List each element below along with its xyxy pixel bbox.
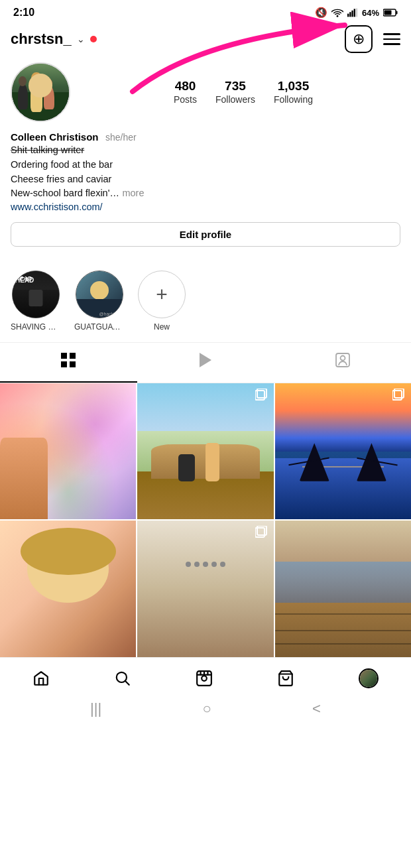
play-icon bbox=[198, 352, 213, 372]
nav-search[interactable] bbox=[107, 667, 138, 690]
svg-marker-13 bbox=[200, 353, 211, 367]
home-icon bbox=[32, 670, 50, 687]
profile-top-row: 480 Posts 735 Followers 1,035 Following bbox=[11, 62, 400, 122]
status-bar: 2:10 🔇 64% bbox=[0, 0, 411, 23]
highlight-circle-new: + bbox=[138, 271, 186, 318]
svg-rect-6 bbox=[396, 11, 398, 15]
svg-rect-2 bbox=[351, 11, 353, 17]
followers-count: 735 bbox=[215, 79, 255, 93]
photo-grid bbox=[0, 383, 411, 657]
home-bar: ||| ○ < bbox=[0, 696, 411, 723]
profile-section: 480 Posts 735 Followers 1,035 Following … bbox=[0, 60, 411, 265]
highlight-item-1[interactable]: HEAD @ckl... SHAVING CH... bbox=[11, 271, 61, 332]
avatar[interactable] bbox=[11, 62, 70, 122]
tab-grid[interactable] bbox=[0, 343, 137, 383]
svg-rect-1 bbox=[349, 12, 351, 17]
edit-profile-button[interactable]: Edit profile bbox=[11, 222, 400, 247]
tab-reels[interactable] bbox=[137, 343, 274, 383]
highlight-circle-2: @hack.a... bbox=[76, 271, 123, 318]
multi-photo-badge bbox=[255, 389, 268, 402]
highlights-row: HEAD @ckl... SHAVING CH... @hack.a... GU… bbox=[0, 265, 411, 342]
reels-icon bbox=[196, 670, 213, 687]
bio-more-link[interactable]: more bbox=[122, 188, 144, 198]
stats-row: 480 Posts 735 Followers 1,035 Following bbox=[86, 79, 400, 105]
highlight-item-2[interactable]: @hack.a... GUATGUATGU... bbox=[74, 271, 125, 332]
svg-rect-7 bbox=[384, 11, 392, 15]
grid-cell-5[interactable] bbox=[137, 521, 273, 656]
online-indicator bbox=[90, 36, 97, 42]
svg-rect-9 bbox=[61, 353, 67, 359]
nav-avatar-image bbox=[360, 670, 377, 687]
followers-label: Followers bbox=[215, 94, 255, 105]
menu-button[interactable] bbox=[383, 33, 400, 45]
header-left: chrstsn_ ⌄ bbox=[11, 31, 97, 48]
posts-stat[interactable]: 480 Posts bbox=[174, 79, 197, 105]
dropdown-arrow-icon[interactable]: ⌄ bbox=[77, 34, 85, 44]
highlight-thumb-1: HEAD @ckl... bbox=[13, 271, 59, 318]
followers-stat[interactable]: 735 Followers bbox=[215, 79, 255, 105]
svg-rect-0 bbox=[347, 14, 349, 17]
highlight-circle-1: HEAD @ckl... bbox=[12, 271, 60, 318]
signal-icon bbox=[347, 8, 358, 17]
shop-icon bbox=[277, 670, 294, 687]
bio-line-3: Cheese fries and caviar bbox=[11, 172, 400, 187]
person-tag-icon bbox=[335, 352, 351, 372]
svg-rect-4 bbox=[356, 9, 357, 17]
multi-photo-badge-3 bbox=[392, 389, 406, 402]
grid-cell-3[interactable] bbox=[275, 383, 411, 519]
username: chrstsn_ bbox=[11, 31, 72, 48]
grid-cell-6[interactable] bbox=[275, 521, 411, 656]
svg-rect-11 bbox=[61, 361, 67, 367]
status-icons: 🔇 64% bbox=[315, 7, 398, 19]
recent-apps-button[interactable]: ||| bbox=[90, 700, 101, 717]
bottom-nav bbox=[0, 657, 411, 696]
svg-rect-12 bbox=[70, 361, 76, 367]
nav-shop[interactable] bbox=[270, 667, 301, 690]
highlight-label-1: SHAVING CH... bbox=[11, 322, 61, 332]
plus-icon: ⊕ bbox=[353, 32, 365, 46]
back-button[interactable]: < bbox=[312, 700, 321, 717]
nav-home[interactable] bbox=[26, 667, 56, 690]
menu-line bbox=[383, 43, 400, 45]
svg-rect-10 bbox=[70, 353, 76, 359]
wifi-icon bbox=[331, 8, 343, 17]
status-time: 2:10 bbox=[13, 7, 34, 19]
grid-icon bbox=[60, 352, 76, 372]
nav-reels[interactable] bbox=[189, 667, 219, 690]
multi-photo-badge-5 bbox=[255, 526, 268, 539]
svg-line-23 bbox=[125, 680, 129, 684]
highlight-label-new: New bbox=[154, 322, 170, 332]
header-right: ⊕ bbox=[345, 25, 400, 53]
posts-label: Posts bbox=[174, 94, 197, 105]
battery-text: 64% bbox=[362, 8, 379, 18]
search-icon bbox=[114, 670, 131, 687]
svg-point-15 bbox=[340, 356, 345, 361]
bio-line-2: Ordering food at the bar bbox=[11, 158, 400, 172]
bio-line-1: Shit-talking writer bbox=[11, 143, 400, 158]
svg-rect-3 bbox=[354, 9, 355, 17]
tab-tagged[interactable] bbox=[274, 343, 411, 383]
tabs-row bbox=[0, 342, 411, 383]
bio-section: Colleen Christison she/her Shit-talking … bbox=[11, 131, 400, 213]
nav-profile[interactable] bbox=[352, 666, 385, 691]
highlight-label-2: GUATGUATGU... bbox=[74, 322, 125, 332]
posts-count: 480 bbox=[174, 79, 197, 93]
mute-icon: 🔇 bbox=[315, 7, 327, 19]
bio-website-link[interactable]: www.cchristison.com/ bbox=[11, 202, 103, 212]
grid-cell-1[interactable] bbox=[0, 383, 136, 519]
highlight-new[interactable]: + New bbox=[138, 271, 186, 332]
menu-line bbox=[383, 38, 400, 40]
nav-avatar bbox=[359, 668, 379, 688]
bio-name: Colleen Christison bbox=[11, 131, 99, 143]
bio-line-4: New-school bard flexin'… bbox=[11, 188, 119, 198]
app-header: chrstsn_ ⌄ ⊕ bbox=[0, 23, 411, 60]
plus-icon-highlight: + bbox=[156, 284, 168, 304]
battery-icon bbox=[383, 9, 398, 17]
grid-cell-2[interactable] bbox=[137, 383, 273, 519]
menu-line bbox=[383, 33, 400, 35]
home-button[interactable]: ○ bbox=[202, 700, 211, 717]
add-post-button[interactable]: ⊕ bbox=[345, 25, 373, 53]
grid-cell-4[interactable] bbox=[0, 521, 136, 656]
following-stat[interactable]: 1,035 Following bbox=[274, 79, 313, 105]
following-count: 1,035 bbox=[274, 79, 313, 93]
